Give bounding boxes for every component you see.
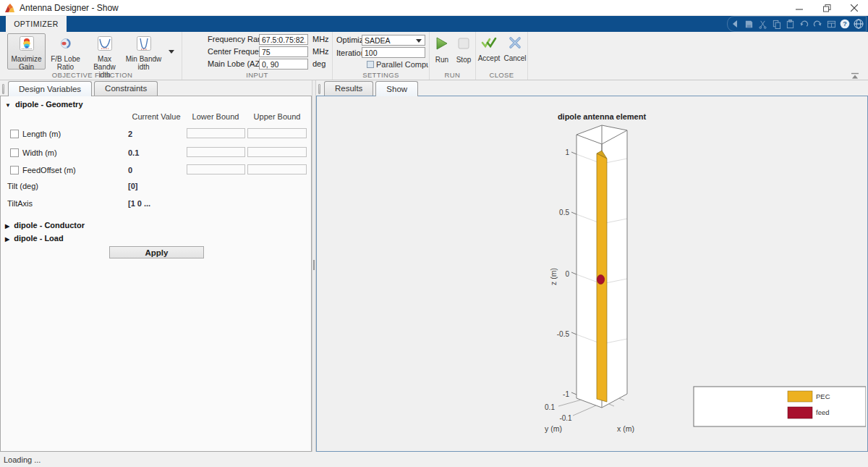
- matlab-app-icon: [4, 3, 15, 13]
- length-checkbox[interactable]: [10, 130, 19, 138]
- triangle-right-icon: ▶: [5, 223, 9, 230]
- tab-grip: [2, 84, 4, 94]
- parallel-computing-checkbox[interactable]: [367, 61, 374, 68]
- group-close: Accept Cancel CLOSE: [476, 32, 528, 80]
- left-panel-tabs: Design Variables Constraints: [0, 80, 312, 96]
- antenna-3d-plot[interactable]: dipole antenna element: [317, 96, 866, 451]
- iterations-input[interactable]: [362, 47, 425, 58]
- collapse-ribbon-icon[interactable]: [851, 70, 861, 77]
- status-bar: Loading ...: [0, 452, 868, 467]
- min-bandwidth-button[interactable]: Min Bandwidth: [124, 33, 163, 70]
- length-lower-bound-input[interactable]: [187, 128, 245, 138]
- frequency-range-input[interactable]: [259, 34, 308, 45]
- column-header-upper-bound: Upper Bound: [241, 112, 313, 121]
- feedoffset-upper-bound-input[interactable]: [247, 164, 307, 174]
- right-panel-tabs: Results Show: [316, 80, 868, 96]
- width-upper-bound-input[interactable]: [247, 147, 307, 157]
- length-upper-bound-input[interactable]: [247, 128, 307, 138]
- accept-check-icon: [481, 36, 497, 49]
- cancel-x-icon: [509, 36, 522, 49]
- svg-text:-0.1: -0.1: [559, 414, 572, 422]
- optimizer-value: SADEA: [365, 36, 391, 45]
- svg-text:0.1: 0.1: [545, 403, 555, 411]
- group-label-objective: OBJECTIVE FUNCTION: [3, 71, 182, 79]
- parallel-computing-label: Parallel Computing: [376, 60, 428, 69]
- tilt-current-value: [0]: [128, 182, 137, 190]
- main-area: Design Variables Constraints ▼ dipole - …: [0, 80, 868, 452]
- main-lobe-unit: deg: [312, 59, 326, 68]
- y-axis-label: y (m): [545, 424, 562, 433]
- group-label-close: CLOSE: [476, 71, 527, 79]
- width-current-value: 0.1: [128, 148, 139, 157]
- show-pane: dipole antenna element: [316, 96, 868, 452]
- stop-square-icon: [456, 36, 471, 51]
- right-panel: Results Show dipole antenna element: [316, 80, 868, 452]
- stop-button[interactable]: Stop: [452, 36, 475, 64]
- max-bandwidth-button[interactable]: Max Bandwidth: [85, 33, 124, 70]
- feedoffset-checkbox[interactable]: [10, 166, 19, 174]
- tab-results[interactable]: Results: [324, 81, 373, 96]
- copy-icon[interactable]: [770, 18, 782, 30]
- tiltaxis-current-value: [1 0 ...: [128, 199, 150, 208]
- minimize-button[interactable]: [786, 0, 813, 16]
- variable-row-width: Width (m) 0.1: [1, 148, 311, 159]
- z-axis-label: z (m): [549, 268, 558, 285]
- quick-access-toolbar: ?: [727, 16, 867, 32]
- tab-design-variables[interactable]: Design Variables: [8, 81, 92, 96]
- status-text: Loading ...: [4, 455, 41, 464]
- legend-swatch-pec: [788, 391, 812, 402]
- feedoffset-lower-bound-input[interactable]: [187, 164, 245, 174]
- svg-text:?: ?: [843, 20, 847, 28]
- svg-text:0: 0: [565, 270, 569, 278]
- width-lower-bound-input[interactable]: [187, 147, 245, 157]
- collapse-left-icon[interactable]: [729, 18, 741, 30]
- z-axis-ticks: [571, 152, 576, 395]
- section-dipole-conductor[interactable]: ▶ dipole - Conductor: [5, 221, 85, 230]
- cancel-button[interactable]: Cancel: [503, 36, 527, 62]
- maximize-gain-button[interactable]: MaximizeGain: [7, 33, 46, 70]
- section-dipole-geometry[interactable]: ▼ dipole - Geometry: [5, 100, 83, 109]
- center-frequency-input[interactable]: [259, 46, 308, 57]
- group-label-settings: SETTINGS: [333, 71, 429, 79]
- layout-icon[interactable]: [825, 18, 837, 30]
- optimizer-dropdown[interactable]: SADEA: [362, 35, 425, 46]
- group-settings: Optimizer SADEA Iterations Parallel Comp…: [333, 32, 430, 80]
- feed-point: [597, 275, 604, 285]
- variable-row-length: Length (m) 2: [1, 129, 311, 140]
- group-input: Frequency Range MHz Center Frequency MHz…: [182, 32, 333, 80]
- undo-icon[interactable]: [798, 18, 809, 30]
- resources-icon[interactable]: [853, 18, 864, 30]
- tab-constraints[interactable]: Constraints: [94, 81, 158, 96]
- objective-gallery-dropdown[interactable]: [165, 33, 178, 70]
- svg-text:0.5: 0.5: [559, 209, 569, 216]
- z-tick-labels: 1 0.5 0 -0.5 -1: [557, 148, 570, 398]
- plot-title: dipole antenna element: [558, 112, 647, 121]
- legend-label-pec: PEC: [816, 392, 830, 400]
- run-play-icon: [435, 36, 449, 51]
- cut-icon[interactable]: [757, 18, 768, 30]
- restore-button[interactable]: [813, 0, 841, 16]
- center-frequency-unit: MHz: [312, 47, 329, 56]
- group-label-input: INPUT: [182, 71, 332, 79]
- frequency-range-unit: MHz: [312, 35, 329, 43]
- help-icon[interactable]: ?: [839, 18, 851, 30]
- feedoffset-current-value: 0: [128, 166, 132, 174]
- window-title: Antenna Designer - Show: [20, 3, 119, 13]
- section-dipole-load[interactable]: ▶ dipole - Load: [5, 234, 64, 243]
- close-button[interactable]: [841, 0, 868, 16]
- run-button[interactable]: Run: [430, 36, 454, 64]
- left-panel: Design Variables Constraints ▼ dipole - …: [0, 80, 312, 452]
- apply-button[interactable]: Apply: [109, 246, 204, 258]
- fb-lobe-ratio-button[interactable]: F/B LobeRatio: [46, 33, 85, 70]
- width-checkbox[interactable]: [10, 148, 19, 157]
- triangle-right-icon: ▶: [5, 236, 9, 243]
- tab-show[interactable]: Show: [375, 81, 418, 96]
- tab-optimizer[interactable]: OPTIMIZER: [6, 16, 67, 32]
- paste-icon[interactable]: [784, 18, 796, 30]
- design-variables-pane: ▼ dipole - Geometry Current Value Lower …: [0, 96, 312, 452]
- save-icon[interactable]: [743, 18, 754, 30]
- accept-button[interactable]: Accept: [477, 36, 501, 62]
- group-run: Run Stop RUN: [430, 32, 476, 80]
- redo-icon[interactable]: [812, 18, 823, 30]
- main-lobe-input[interactable]: [259, 59, 308, 70]
